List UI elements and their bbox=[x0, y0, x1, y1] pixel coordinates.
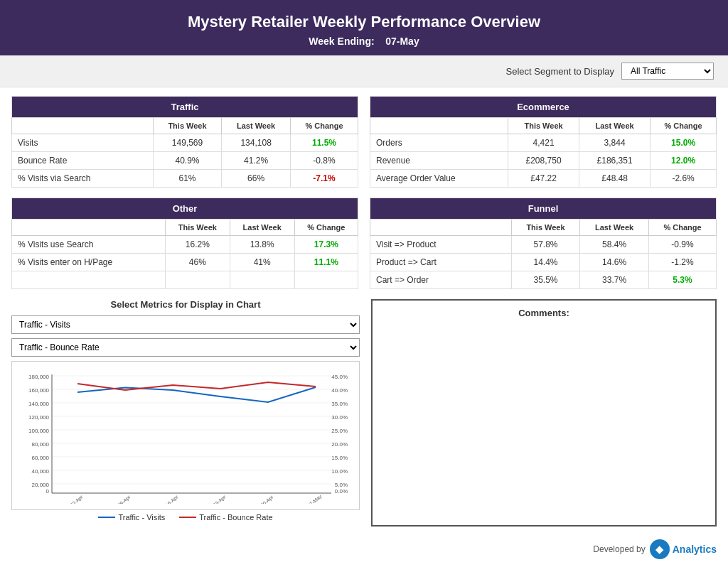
traffic-row2-lastweek: 66% bbox=[222, 170, 291, 188]
svg-text:140,000: 140,000 bbox=[28, 401, 49, 407]
table-row: Visit => Product 57.8% 58.4% -0.9% bbox=[370, 236, 717, 254]
bounce-line bbox=[77, 382, 316, 390]
metric2-select[interactable]: Traffic - Bounce Rate Traffic - Visits %… bbox=[11, 338, 360, 357]
ecommerce-row0-lastweek: 3,844 bbox=[579, 134, 651, 152]
ecommerce-row0-thisweek: 4,421 bbox=[508, 134, 579, 152]
legend-visits: Traffic - Visits bbox=[98, 513, 165, 522]
other-row2-change bbox=[294, 271, 358, 289]
ecommerce-row1-label: Revenue bbox=[370, 152, 508, 170]
main-content: Traffic This Week Last Week % Change Vis… bbox=[0, 87, 728, 535]
svg-text:0.0%: 0.0% bbox=[335, 488, 348, 495]
svg-text:40,000: 40,000 bbox=[32, 468, 50, 475]
ecommerce-col4: % Change bbox=[651, 118, 717, 134]
svg-text:20,000: 20,000 bbox=[32, 482, 50, 488]
ecommerce-row2-label: Average Order Value bbox=[370, 170, 508, 188]
analytics-logo-icon: ◆ bbox=[650, 539, 670, 559]
ecommerce-table: Ecommerce This Week Last Week % Change O… bbox=[370, 96, 717, 188]
funnel-row0-label: Visit => Product bbox=[370, 236, 512, 254]
traffic-table: Traffic This Week Last Week % Change Vis… bbox=[11, 96, 358, 188]
svg-text:10.0%: 10.0% bbox=[331, 468, 348, 475]
page-header: Mystery Retailer Weekly Performance Over… bbox=[0, 0, 728, 55]
chart-left: Select Metrics for Display in Chart Traf… bbox=[11, 299, 360, 526]
traffic-table-block: Traffic This Week Last Week % Change Vis… bbox=[11, 96, 358, 188]
svg-text:16-Apr: 16-Apr bbox=[164, 494, 180, 504]
comments-title: Comments: bbox=[380, 308, 708, 318]
funnel-col2: This Week bbox=[511, 220, 580, 236]
other-row0-lastweek: 13.8% bbox=[230, 236, 294, 254]
svg-text:23-Apr: 23-Apr bbox=[212, 494, 228, 504]
ecommerce-row1-lastweek: £186,351 bbox=[579, 152, 651, 170]
traffic-row1-thisweek: 40.9% bbox=[153, 152, 222, 170]
funnel-row1-change: -1.2% bbox=[648, 254, 716, 271]
svg-text:40.0%: 40.0% bbox=[331, 387, 348, 394]
svg-text:25.0%: 25.0% bbox=[331, 428, 348, 434]
traffic-row1-label: Bounce Rate bbox=[12, 152, 154, 170]
footer-logo: ◆ Analytics bbox=[650, 539, 717, 559]
chart-legend: Traffic - Visits Traffic - Bounce Rate bbox=[11, 513, 360, 522]
tables-row-2: Other This Week Last Week % Change % Vis… bbox=[11, 198, 717, 289]
funnel-col4: % Change bbox=[648, 220, 716, 236]
funnel-table: Funnel This Week Last Week % Change Visi… bbox=[370, 198, 717, 289]
ecommerce-title: Ecommerce bbox=[370, 97, 717, 118]
table-row: Cart => Order 35.5% 33.7% 5.3% bbox=[370, 271, 717, 289]
other-row0-change: 17.3% bbox=[294, 236, 358, 254]
svg-text:07-May: 07-May bbox=[306, 494, 323, 504]
other-col1 bbox=[12, 220, 166, 236]
table-row: Product => Cart 14.4% 14.6% -1.2% bbox=[370, 254, 717, 271]
traffic-row1-lastweek: 41.2% bbox=[222, 152, 291, 170]
tables-row-1: Traffic This Week Last Week % Change Vis… bbox=[11, 96, 717, 188]
table-row: % Visits via Search 61% 66% -7.1% bbox=[12, 170, 358, 188]
traffic-row0-lastweek: 134,108 bbox=[222, 134, 291, 152]
comments-box: Comments: bbox=[371, 299, 717, 526]
ecommerce-row2-lastweek: £48.48 bbox=[579, 170, 651, 188]
metric1-select[interactable]: Traffic - Visits Traffic - Bounce Rate %… bbox=[11, 315, 360, 334]
other-row1-change: 11.1% bbox=[294, 254, 358, 271]
week-value: 07-May bbox=[385, 36, 419, 47]
other-col2: This Week bbox=[165, 220, 230, 236]
ecommerce-row2-change: -2.6% bbox=[651, 170, 717, 188]
svg-text:180,000: 180,000 bbox=[28, 374, 49, 380]
other-col3: Last Week bbox=[230, 220, 294, 236]
svg-text:30.0%: 30.0% bbox=[331, 414, 348, 421]
segment-select[interactable]: All Traffic Organic Paid Direct Referral bbox=[621, 63, 714, 80]
svg-text:80,000: 80,000 bbox=[32, 441, 50, 448]
traffic-col3: Last Week bbox=[222, 118, 291, 134]
traffic-col4: % Change bbox=[290, 118, 358, 134]
funnel-table-block: Funnel This Week Last Week % Change Visi… bbox=[370, 198, 717, 289]
funnel-row1-label: Product => Cart bbox=[370, 254, 512, 271]
svg-text:09-Apr: 09-Apr bbox=[117, 494, 132, 504]
traffic-row0-change: 11.5% bbox=[290, 134, 358, 152]
other-row1-label: % Visits enter on H/Page bbox=[12, 254, 166, 271]
table-row: Bounce Rate 40.9% 41.2% -0.8% bbox=[12, 152, 358, 170]
ecommerce-col1 bbox=[370, 118, 508, 134]
funnel-row2-lastweek: 33.7% bbox=[580, 271, 649, 289]
funnel-row2-change: 5.3% bbox=[648, 271, 716, 289]
chart-section: Select Metrics for Display in Chart Traf… bbox=[11, 299, 717, 526]
week-ending: Week Ending: 07-May bbox=[7, 36, 721, 47]
ecommerce-row1-thisweek: £208,750 bbox=[508, 152, 579, 170]
funnel-row0-thisweek: 57.8% bbox=[511, 236, 580, 254]
other-row0-label: % Visits use Search bbox=[12, 236, 166, 254]
legend-bounce-line bbox=[179, 517, 196, 518]
other-row0-thisweek: 16.2% bbox=[165, 236, 230, 254]
segment-label: Select Segment to Display bbox=[506, 66, 614, 77]
ecommerce-row1-change: 12.0% bbox=[651, 152, 717, 170]
page-title: Mystery Retailer Weekly Performance Over… bbox=[7, 13, 721, 31]
funnel-row2-label: Cart => Order bbox=[370, 271, 512, 289]
chart-svg: 180,000 160,000 140,000 120,000 100,000 … bbox=[18, 369, 353, 504]
legend-visits-label: Traffic - Visits bbox=[118, 513, 165, 522]
ecommerce-table-block: Ecommerce This Week Last Week % Change O… bbox=[370, 96, 717, 188]
svg-text:20.0%: 20.0% bbox=[331, 441, 348, 448]
traffic-row1-change: -0.8% bbox=[290, 152, 358, 170]
svg-text:160,000: 160,000 bbox=[28, 387, 49, 394]
other-row2-thisweek bbox=[165, 271, 230, 289]
table-row: % Visits use Search 16.2% 13.8% 17.3% bbox=[12, 236, 358, 254]
other-table-block: Other This Week Last Week % Change % Vis… bbox=[11, 198, 358, 289]
svg-text:02-Apr: 02-Apr bbox=[69, 494, 85, 504]
ecommerce-col2: This Week bbox=[508, 118, 579, 134]
page-footer: Developed by ◆ Analytics bbox=[0, 535, 728, 563]
traffic-row0-thisweek: 149,569 bbox=[153, 134, 222, 152]
traffic-row2-label: % Visits via Search bbox=[12, 170, 154, 188]
ecommerce-col3: Last Week bbox=[579, 118, 651, 134]
week-label: Week Ending: bbox=[309, 36, 374, 47]
